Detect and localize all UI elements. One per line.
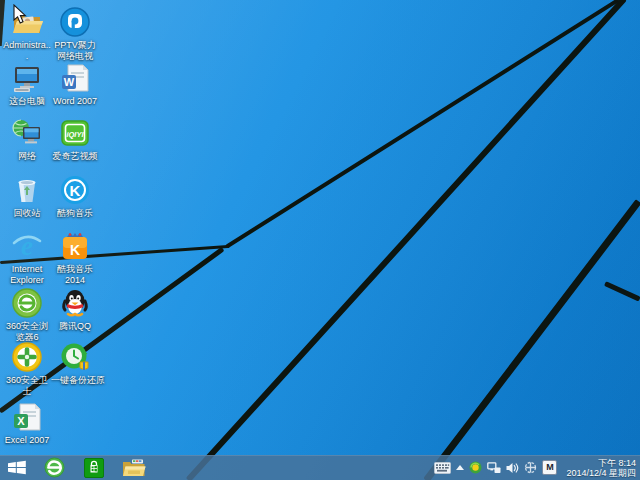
desktop-icon-label: 一键备份还原 [51,375,99,386]
desktop-icon-label: PPTV聚力 网络电视 [51,40,99,62]
desktop-icon-word-2007[interactable]: W Word 2007 [51,62,99,107]
desktop-icon-label: 360安全浏览器6 [3,321,51,343]
folder-icon [122,458,146,478]
taskbar-clock[interactable]: 下午 8:14 2014/12/4 星期四 [566,458,636,478]
clock-time: 下午 8:14 [566,458,636,468]
desktop-icon-kugou[interactable]: K 酷狗音乐 [51,174,99,219]
desktop-icon-label: Excel 2007 [3,435,51,446]
system-tray: M 下午 8:14 2014/12/4 星期四 [434,455,640,480]
desktop-icon-label: 回收站 [3,208,51,219]
desktop-icon-administrator[interactable]: Administra... [3,6,51,62]
360-tray-icon[interactable] [469,455,482,480]
desktop-icon-network[interactable]: 网络 [3,117,51,162]
clock-date: 2014/12/4 星期四 [566,468,636,478]
svg-text:iQIYI: iQIYI [66,130,84,139]
desktop-icon-recycle-bin[interactable]: 回收站 [3,174,51,219]
desktop-icon-iqiyi[interactable]: iQIYI 爱奇艺视频 [51,117,99,162]
start-button[interactable] [0,455,34,480]
touch-keyboard-icon[interactable] [434,455,451,480]
desktop-icon-360-safe-guard[interactable]: 360安全卫士 [3,341,51,397]
excel-2007-icon: X [11,401,43,433]
360-browser-icon [44,457,65,478]
svg-text:W: W [64,76,75,88]
kugou-music-icon: K [59,174,91,206]
mouse-cursor [13,4,27,25]
desktop-icon-excel-2007[interactable]: X Excel 2007 [3,401,51,446]
tencent-qq-icon [59,287,91,319]
one-key-backup-icon [59,341,91,373]
desktop-screen: Administra... 这台电脑 网络 [0,0,640,480]
globe-cross-icon[interactable] [524,455,537,480]
kuwo-music-icon: K [59,230,91,262]
desktop-icon-label: 酷我音乐 2014 [51,264,99,286]
desktop-icon-internet-explorer[interactable]: e Internet Explorer [3,230,51,286]
ime-indicator[interactable]: M [542,460,557,475]
iqiyi-icon: iQIYI [59,117,91,149]
desktop-icon-label: 腾讯QQ [51,321,99,332]
desktop-icon-label: Internet Explorer [3,264,51,286]
360-safe-guard-icon [11,341,43,373]
desktop-icon-360-browser[interactable]: 360安全浏览器6 [3,287,51,343]
desktop-icon-label: 酷狗音乐 [51,208,99,219]
desktop-icon-label: Administra... [3,40,51,62]
network-icon [11,117,43,149]
word-2007-icon: W [59,62,91,94]
volume-icon[interactable] [506,455,519,480]
network-tray-icon[interactable] [487,455,501,480]
windows-store-taskbar-button[interactable] [74,455,114,480]
desktop-icon-one-key-backup[interactable]: 一键备份还原 [51,341,99,386]
desktop-icon-this-pc[interactable]: 这台电脑 [3,62,51,107]
desktop-icon-kuwo[interactable]: K 酷我音乐 2014 [51,230,99,286]
show-hidden-icons-chevron[interactable] [456,455,464,480]
desktop-icon-label: 360安全卫士 [3,375,51,397]
svg-text:K: K [70,182,81,199]
desktop-icon-label: 这台电脑 [3,96,51,107]
this-pc-icon [11,62,43,94]
desktop-icon-label: 网络 [3,151,51,162]
360-browser-icon [11,287,43,319]
pptv-icon [59,6,91,38]
360-browser-taskbar-button[interactable] [34,455,74,480]
desktop-icon-label: Word 2007 [51,96,99,107]
desktop-icon-pptv[interactable]: PPTV聚力 网络电视 [51,6,99,62]
recycle-bin-icon [11,174,43,206]
svg-text:K: K [70,242,80,258]
svg-text:e: e [21,231,33,261]
desktop-icon-label: 爱奇艺视频 [51,151,99,162]
windows-logo-icon [8,460,26,475]
internet-explorer-icon: e [11,230,43,262]
svg-text:X: X [17,415,25,427]
taskbar: M 下午 8:14 2014/12/4 星期四 [0,455,640,480]
store-icon [84,458,104,478]
desktop-icon-qq[interactable]: 腾讯QQ [51,287,99,332]
file-explorer-taskbar-button[interactable] [114,455,154,480]
